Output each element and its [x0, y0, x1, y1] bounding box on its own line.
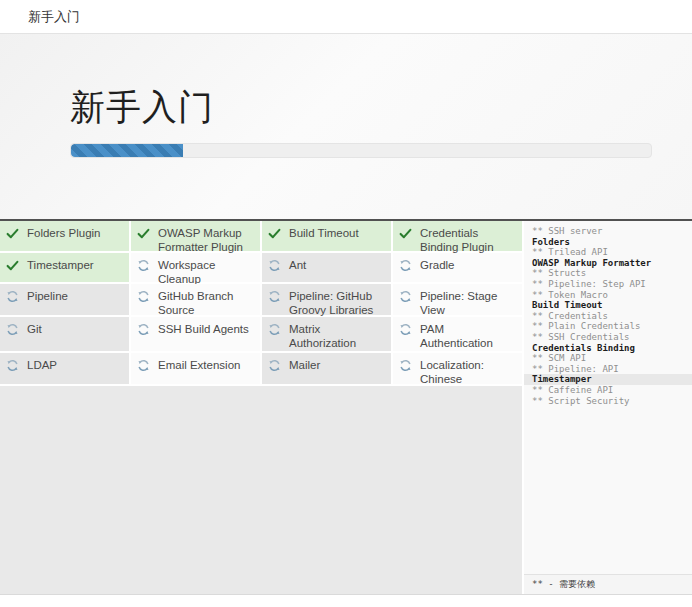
refresh-icon	[399, 323, 412, 336]
plugin-cell: Gradle	[393, 253, 522, 282]
refresh-icon	[268, 323, 281, 336]
log-line: ** Plain Credentials	[524, 321, 692, 332]
plugin-cell: Git	[0, 317, 129, 351]
install-log-panel: ** SSH serverFolders** Trilead APIOWASP …	[522, 221, 692, 594]
plugin-grid: Folders Plugin OWASP Markup Formatter Pl…	[0, 221, 522, 384]
plugin-cell: Folders Plugin	[0, 221, 129, 251]
plugin-cell: LDAP	[0, 353, 129, 384]
refresh-icon	[6, 323, 19, 336]
plugin-cell: Workspace Cleanup	[131, 253, 260, 282]
install-progress-bar	[70, 143, 652, 158]
refresh-icon	[399, 259, 412, 272]
install-content: Folders Plugin OWASP Markup Formatter Pl…	[0, 219, 692, 595]
plugin-cell: Email Extension	[131, 353, 260, 384]
install-progress-fill	[71, 144, 183, 157]
getting-started-header: 新手入门	[0, 34, 692, 219]
plugin-label: Pipeline: Stage View	[420, 289, 518, 317]
log-line: Build Timeout	[524, 300, 692, 311]
log-line: ** SSH Credentials	[524, 332, 692, 343]
plugin-label: OWASP Markup Formatter Plugin	[158, 226, 256, 254]
plugin-cell: Build Timeout	[262, 221, 391, 251]
plugin-label: Email Extension	[158, 358, 240, 372]
plugin-label: Git	[27, 322, 42, 336]
refresh-icon	[268, 290, 281, 303]
plugin-cell: Pipeline: GitHub Groovy Libraries	[262, 284, 391, 315]
plugin-cell: PAM Authentication	[393, 317, 522, 351]
plugin-label: Ant	[289, 258, 306, 272]
check-icon	[399, 227, 412, 240]
plugin-label: Folders Plugin	[27, 226, 101, 240]
log-line: ** Pipeline: API	[524, 364, 692, 375]
plugin-label: Mailer	[289, 358, 320, 372]
log-line: ** Caffeine API	[524, 385, 692, 396]
log-line: OWASP Markup Formatter	[524, 258, 692, 269]
check-icon	[6, 259, 19, 272]
refresh-icon	[137, 323, 150, 336]
log-line: ** SCM API	[524, 353, 692, 364]
plugin-label: Credentials Binding Plugin	[420, 226, 518, 254]
log-line: ** Token Macro	[524, 290, 692, 301]
log-footer-legend: ** - 需要依赖	[524, 574, 692, 594]
refresh-icon	[6, 290, 19, 303]
refresh-icon	[137, 259, 150, 272]
plugin-label: Workspace Cleanup	[158, 258, 256, 286]
wizard-heading: 新手入门	[0, 34, 692, 131]
plugin-cell: Credentials Binding Plugin	[393, 221, 522, 251]
refresh-icon	[399, 359, 412, 372]
plugin-label: GitHub Branch Source	[158, 289, 256, 317]
plugin-cell: Localization: Chinese (Simplified)	[393, 353, 522, 384]
install-log-lines: ** SSH serverFolders** Trilead APIOWASP …	[524, 221, 692, 406]
plugin-cell: Matrix Authorization Strategy	[262, 317, 391, 351]
plugin-cell: Pipeline: Stage View	[393, 284, 522, 315]
plugin-cell: Ant	[262, 253, 391, 282]
plugin-label: Timestamper	[27, 258, 94, 272]
refresh-icon	[137, 290, 150, 303]
check-icon	[268, 227, 281, 240]
log-line: Folders	[524, 237, 692, 248]
plugin-label: Pipeline	[27, 289, 68, 303]
topbar: 新手入门	[0, 0, 692, 34]
page-title: 新手入门	[28, 8, 80, 26]
plugin-cell: SSH Build Agents	[131, 317, 260, 351]
plugins-area: Folders Plugin OWASP Markup Formatter Pl…	[0, 221, 522, 594]
plugin-label: LDAP	[27, 358, 57, 372]
plugin-label: Pipeline: GitHub Groovy Libraries	[289, 289, 387, 317]
plugin-cell: Pipeline	[0, 284, 129, 315]
refresh-icon	[268, 359, 281, 372]
refresh-icon	[399, 290, 412, 303]
log-line: ** Trilead API	[524, 247, 692, 258]
check-icon	[6, 227, 19, 240]
log-line: ** Structs	[524, 268, 692, 279]
refresh-icon	[6, 359, 19, 372]
refresh-icon	[137, 359, 150, 372]
plugin-label: Build Timeout	[289, 226, 359, 240]
plugin-cell: Mailer	[262, 353, 391, 384]
log-line: ** SSH server	[524, 226, 692, 237]
plugin-cell: GitHub Branch Source	[131, 284, 260, 315]
plugin-cell: OWASP Markup Formatter Plugin	[131, 221, 260, 251]
empty-area	[0, 386, 522, 594]
log-line: ** Pipeline: Step API	[524, 279, 692, 290]
plugin-label: Gradle	[420, 258, 455, 272]
plugin-cell: Timestamper	[0, 253, 129, 282]
log-line: ** Credentials	[524, 311, 692, 322]
log-line: Timestamper	[524, 374, 692, 385]
log-line: Credentials Binding	[524, 343, 692, 354]
plugin-label: SSH Build Agents	[158, 322, 249, 336]
refresh-icon	[268, 259, 281, 272]
check-icon	[137, 227, 150, 240]
plugin-label: PAM Authentication	[420, 322, 518, 350]
log-line: ** Script Security	[524, 396, 692, 407]
